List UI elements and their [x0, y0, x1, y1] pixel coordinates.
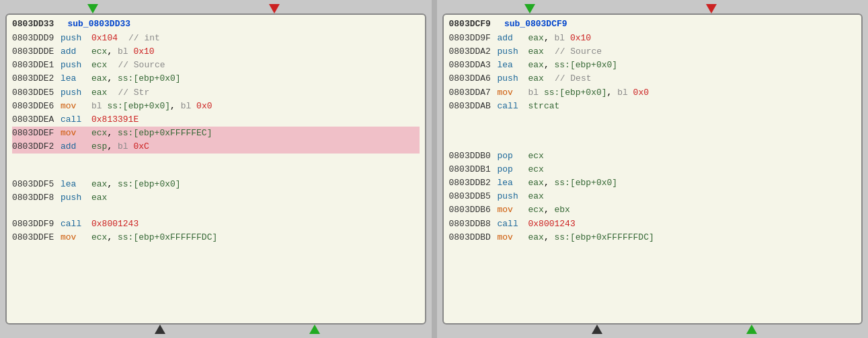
table-row: 0803DDB0popecx — [449, 149, 857, 163]
asm-mnemonic: push — [61, 86, 91, 100]
table-row: 0803DDF8pusheax — [12, 191, 420, 205]
asm-mnemonic: lea — [498, 176, 528, 190]
asm-address: 0803DDB5 — [449, 190, 498, 203]
asm-comment: // Dest — [555, 72, 592, 86]
asm-operands: eax, ss:[ebp+0xFFFFFFDC] — [528, 231, 654, 244]
asm-mnemonic: push — [61, 32, 91, 45]
asm-mnemonic: call — [498, 217, 528, 231]
asm-operands: eax — [91, 86, 107, 100]
table-row — [12, 154, 420, 166]
asm-address: 0803DDB2 — [449, 176, 498, 190]
asm-operands: eax — [528, 190, 544, 203]
asm-address: 0803DDA2 — [449, 45, 498, 59]
right-arrow-green-bottom — [746, 325, 757, 334]
table-row: 0803DDF9call0x8001243 — [12, 217, 420, 231]
asm-address: 0803DDEF — [12, 127, 61, 140]
asm-address: 0803DDF5 — [12, 178, 61, 191]
asm-address: 0803DDE2 — [12, 72, 61, 86]
asm-address: 0803DDBD — [449, 231, 498, 244]
asm-address: 0803DDFE — [12, 231, 61, 244]
table-row: 0803DDE6movbl ss:[ebp+0x0], bl 0x0 — [12, 100, 420, 113]
asm-operands: esp, bl 0xC — [91, 140, 149, 154]
asm-address: 0803DDA7 — [449, 86, 498, 100]
table-row: 0803DDBDmoveax, ss:[ebp+0xFFFFFFDC] — [449, 231, 857, 244]
left-top-arrows — [0, 4, 432, 13]
asm-address: 0803DDE6 — [12, 100, 61, 113]
asm-operands: eax, ss:[ebp+0x0] — [91, 178, 181, 191]
asm-operands: bl ss:[ebp+0x0], bl 0x0 — [91, 100, 212, 113]
asm-operands: ecx — [528, 149, 544, 163]
asm-address: 0803DDDE — [12, 45, 61, 59]
asm-address: 0803DDD9 — [12, 32, 61, 45]
table-row: 0803DDEFmovecx, ss:[ebp+0xFFFFFEC] — [12, 127, 420, 140]
asm-mnemonic: lea — [498, 59, 528, 72]
asm-mnemonic: lea — [61, 72, 91, 86]
asm-mnemonic: push — [498, 72, 528, 86]
main-container: 0803DD33 sub_0803DD33 0803DDD9push0x104/… — [0, 0, 868, 338]
right-panel: 0803DCF9 sub_0803DCF9 0803DD9Faddeax, bl… — [442, 13, 863, 325]
table-row: 0803DDE5pusheax// Str — [12, 86, 420, 100]
asm-operands: eax — [91, 191, 107, 205]
asm-mnemonic: push — [61, 59, 91, 72]
table-row — [449, 125, 857, 137]
asm-operands: eax — [528, 72, 544, 86]
asm-address: 0803DDF9 — [12, 217, 61, 231]
table-row: 0803DDDEaddecx, bl 0x10 — [12, 45, 420, 59]
asm-operands: 0x813391E — [91, 113, 139, 127]
asm-mnemonic: lea — [61, 178, 91, 191]
asm-address: 0803DDEA — [12, 113, 61, 127]
asm-operands: ecx, ebx — [528, 203, 570, 217]
table-row: 0803DDE1pushecx// Source — [12, 59, 420, 72]
asm-operands: eax, ss:[ebp+0x0] — [528, 59, 618, 72]
asm-address: 0803DDAB — [449, 100, 498, 113]
table-row: 0803DDA6pusheax// Dest — [449, 72, 857, 86]
asm-address: 0803DDB8 — [449, 217, 498, 231]
asm-mnemonic: mov — [498, 86, 528, 100]
table-row: 0803DDF2addesp, bl 0xC — [12, 140, 420, 154]
asm-address: 0803DDF8 — [12, 191, 61, 205]
asm-mnemonic: mov — [61, 231, 91, 244]
table-row: 0803DDA3leaeax, ss:[ebp+0x0] — [449, 59, 857, 72]
asm-address: 0803DDB6 — [449, 203, 498, 217]
table-row: 0803DDB2leaeax, ss:[ebp+0x0] — [449, 176, 857, 190]
right-top-arrows — [437, 4, 869, 13]
asm-operands: eax — [528, 45, 544, 59]
right-asm-lines: 0803DD9Faddeax, bl 0x100803DDA2pusheax//… — [449, 32, 857, 244]
asm-mnemonic: add — [61, 140, 91, 154]
asm-operands: eax, bl 0x10 — [528, 32, 592, 45]
right-bottom-arrows — [437, 325, 869, 334]
asm-mnemonic: pop — [498, 149, 528, 163]
asm-mnemonic: add — [61, 45, 91, 59]
table-row: 0803DD9Faddeax, bl 0x10 — [449, 32, 857, 45]
asm-comment: // Str — [118, 86, 149, 100]
table-row: 0803DDABcallstrcat — [449, 100, 857, 113]
left-arrow-red-top — [269, 4, 280, 13]
table-row: 0803DDD9push0x104// int — [12, 32, 420, 45]
table-row — [449, 137, 857, 149]
table-row — [449, 113, 857, 125]
asm-operands: ecx, bl 0x10 — [91, 45, 155, 59]
asm-address: 0803DD9F — [449, 32, 498, 45]
right-panel-wrapper: 0803DCF9 sub_0803DCF9 0803DD9Faddeax, bl… — [437, 0, 869, 338]
table-row: 0803DDA7movbl ss:[ebp+0x0], bl 0x0 — [449, 86, 857, 100]
table-row: 0803DDB8call0x8001243 — [449, 217, 857, 231]
panel-divider — [432, 0, 437, 338]
right-func-name: sub_0803DCF9 — [504, 19, 567, 29]
left-func-header: 0803DD33 sub_0803DD33 — [12, 19, 420, 29]
left-arrow-green-top — [87, 4, 98, 13]
left-func-addr: 0803DD33 — [12, 19, 54, 29]
table-row: 0803DDE2leaeax, ss:[ebp+0x0] — [12, 72, 420, 86]
table-row: 0803DDF5leaeax, ss:[ebp+0x0] — [12, 178, 420, 191]
asm-address: 0803DDB0 — [449, 149, 498, 163]
asm-operands: ecx, ss:[ebp+0xFFFFFFDC] — [91, 231, 217, 244]
asm-mnemonic: push — [498, 45, 528, 59]
asm-operands: 0x8001243 — [91, 217, 139, 231]
asm-operands: ecx — [528, 163, 544, 176]
asm-mnemonic: mov — [61, 127, 91, 140]
asm-address: 0803DDE1 — [12, 59, 61, 72]
left-bottom-arrows — [0, 325, 432, 334]
right-arrow-green-top — [524, 4, 535, 13]
left-func-name: sub_0803DD33 — [67, 19, 130, 29]
left-asm-lines: 0803DDD9push0x104// int0803DDDEaddecx, b… — [12, 32, 420, 244]
asm-address: 0803DDE5 — [12, 86, 61, 100]
